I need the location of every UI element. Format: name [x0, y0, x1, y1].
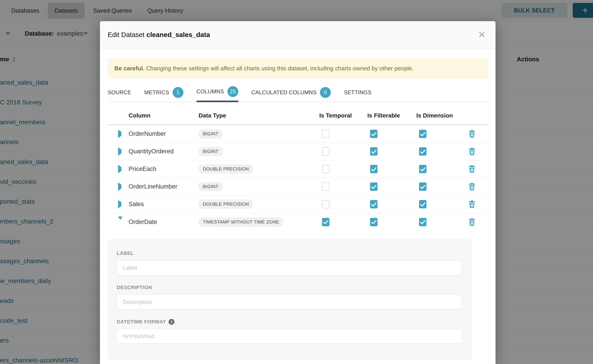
is-filterable-header: Is Filterable: [367, 112, 416, 119]
expander-caret-icon[interactable]: [118, 216, 123, 224]
modal-title: Edit Dataset cleaned_sales_data: [108, 31, 210, 39]
info-icon[interactable]: [169, 319, 174, 325]
tab-badge: 1: [173, 87, 184, 98]
modal-dataset-name: cleaned_sales_data: [146, 31, 210, 38]
delete-column-icon[interactable]: [468, 165, 475, 173]
tab-badge: 0: [320, 87, 331, 98]
screen: DatabasesDatasetsSaved QueriesQuery Hist…: [0, 0, 593, 364]
description-input[interactable]: [117, 294, 462, 309]
is-dimension-checkbox[interactable]: [419, 200, 427, 208]
is-temporal-header: Is Temporal: [319, 112, 367, 119]
data-type-pill: TIMESTAMP WITHOUT TIME ZONE: [198, 217, 283, 227]
column-name: OrderNumber: [129, 130, 198, 137]
modal-body: Be careful. Changing these settings will…: [100, 48, 495, 360]
data-type-header: Data Type: [198, 112, 319, 119]
close-icon[interactable]: ✕: [476, 29, 488, 40]
data-type-pill: BIGINT: [198, 147, 223, 156]
column-row: OrderDate TIMESTAMP WITHOUT TIME ZONE: [108, 213, 488, 231]
tab-label: SETTINGS: [344, 89, 371, 96]
edit-dataset-modal: Edit Dataset cleaned_sales_data ✕ Be car…: [100, 21, 495, 364]
is-dimension-checkbox[interactable]: [419, 182, 427, 191]
is-temporal-checkbox[interactable]: [322, 130, 329, 138]
is-filterable-checkbox[interactable]: [370, 200, 377, 208]
tab-label: METRICS: [144, 89, 169, 96]
description-field-heading: DESCRIPTION: [117, 285, 152, 291]
datetime-format-input[interactable]: [117, 329, 462, 344]
expander-caret-icon[interactable]: [118, 130, 121, 138]
column-row: PriceEach DOUBLE PRECISION: [108, 160, 488, 178]
columns-table-header: Column Data Type Is Temporal Is Filterab…: [108, 109, 488, 125]
warning-banner: Be careful. Changing these settings will…: [108, 58, 488, 78]
tab-calculated-columns[interactable]: CALCULATED COLUMNS 0: [251, 86, 331, 102]
tab-metrics[interactable]: METRICS 1: [144, 86, 183, 102]
column-name: QuantityOrdered: [129, 148, 198, 155]
is-filterable-checkbox[interactable]: [370, 218, 377, 226]
tab-source[interactable]: SOURCE: [108, 86, 131, 102]
data-type-pill: BIGINT: [198, 129, 223, 138]
delete-column-icon[interactable]: [468, 148, 475, 155]
is-temporal-checkbox[interactable]: [322, 147, 329, 156]
expander-caret-icon[interactable]: [118, 147, 121, 156]
tab-label: CALCULATED COLUMNS: [251, 89, 316, 96]
label-field-heading: LABEL: [117, 250, 134, 256]
delete-column-icon[interactable]: [468, 200, 475, 208]
column-name: OrderLineNumber: [129, 183, 198, 190]
tab-label: SOURCE: [108, 89, 131, 96]
delete-column-icon[interactable]: [468, 130, 475, 138]
label-input[interactable]: [117, 260, 462, 275]
is-dimension-header: Is Dimension: [416, 112, 464, 119]
is-temporal-checkbox[interactable]: [322, 218, 329, 226]
expander-caret-icon[interactable]: [118, 200, 121, 208]
data-type-pill: DOUBLE PRECISION: [198, 164, 253, 174]
is-filterable-checkbox[interactable]: [370, 130, 377, 138]
column-row: Sales DOUBLE PRECISION: [108, 195, 488, 213]
tab-label: COLUMNS: [197, 88, 224, 95]
is-temporal-checkbox[interactable]: [322, 182, 329, 191]
warning-text: Changing these settings will affect all …: [146, 65, 414, 72]
is-filterable-checkbox[interactable]: [370, 147, 377, 156]
column-row: QuantityOrdered BIGINT: [108, 143, 488, 160]
delete-column-icon[interactable]: [468, 218, 475, 226]
is-dimension-checkbox[interactable]: [419, 165, 427, 173]
modal-title-prefix: Edit Dataset: [108, 31, 145, 38]
expander-caret-icon[interactable]: [118, 182, 121, 191]
datetime-format-heading: DATETIME FORMAT: [117, 319, 166, 325]
is-filterable-checkbox[interactable]: [370, 165, 377, 173]
is-dimension-checkbox[interactable]: [419, 218, 427, 226]
data-type-pill: DOUBLE PRECISION: [198, 200, 253, 209]
expander-caret-icon[interactable]: [118, 165, 121, 173]
datetime-format-field-group: DATETIME FORMAT: [117, 319, 462, 344]
is-filterable-checkbox[interactable]: [370, 182, 377, 191]
data-type-pill: BIGINT: [198, 182, 223, 191]
column-name: Sales: [129, 201, 198, 208]
is-temporal-checkbox[interactable]: [322, 165, 329, 173]
tab-badge: 25: [227, 86, 238, 97]
column-header: Column: [129, 112, 198, 119]
columns-table: Column Data Type Is Temporal Is Filterab…: [108, 109, 488, 231]
column-name: OrderDate: [129, 219, 198, 226]
label-field-group: LABEL: [117, 250, 462, 275]
warning-bold-text: Be careful.: [114, 65, 145, 72]
modal-tabs: SOURCE METRICS 1 COLUMNS 25 CALCULATED C…: [108, 86, 488, 102]
is-dimension-checkbox[interactable]: [419, 130, 427, 138]
columns-table-rows: OrderNumber BIGINT QuantityOrdered BIGIN…: [108, 125, 488, 231]
tab-columns[interactable]: COLUMNS 25: [197, 86, 238, 102]
column-name: PriceEach: [129, 166, 198, 173]
is-temporal-checkbox[interactable]: [322, 200, 329, 208]
is-dimension-checkbox[interactable]: [419, 147, 427, 156]
delete-column-icon[interactable]: [468, 183, 475, 191]
tab-settings[interactable]: SETTINGS: [344, 86, 371, 102]
column-row: OrderLineNumber BIGINT: [108, 178, 488, 195]
column-detail-panel: LABEL DESCRIPTION DATETIME FORMAT: [108, 239, 472, 360]
description-field-group: DESCRIPTION: [117, 285, 462, 309]
modal-header: Edit Dataset cleaned_sales_data ✕: [100, 21, 495, 48]
column-row: OrderNumber BIGINT: [108, 125, 488, 143]
